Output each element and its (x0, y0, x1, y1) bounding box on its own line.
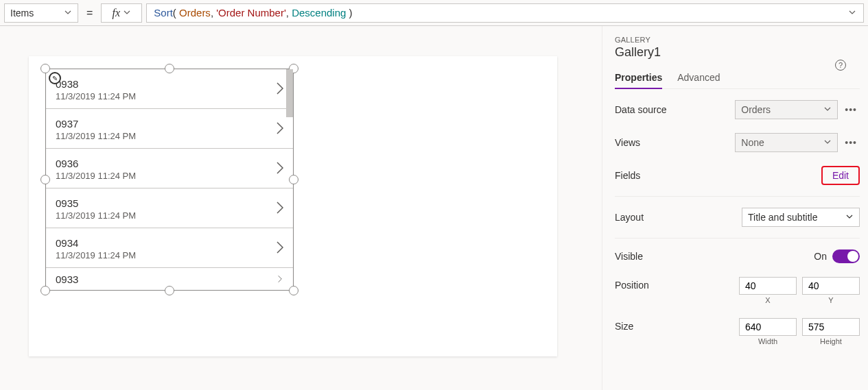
label-x: X (765, 296, 770, 304)
item-subtitle: 11/3/2019 11:24 PM (56, 171, 136, 181)
list-item[interactable]: 0934 11/3/2019 11:24 PM (46, 228, 293, 268)
formula-input[interactable]: Sort( Orders, 'Order Number', Descending… (146, 3, 864, 23)
item-title: 0937 (56, 118, 136, 130)
chevron-right-icon[interactable] (275, 120, 285, 139)
chevron-down-icon (845, 212, 854, 223)
help-icon[interactable]: ? (835, 60, 846, 71)
fx-icon: fx (113, 7, 121, 19)
item-subtitle: 11/3/2019 11:24 PM (56, 91, 136, 101)
position-y-input[interactable] (802, 277, 860, 295)
chevron-right-icon[interactable] (275, 199, 285, 219)
item-title: 0938 (56, 78, 136, 90)
chevron-down-icon (123, 7, 131, 19)
pencil-icon[interactable]: ✎ (49, 72, 61, 84)
item-subtitle: 11/3/2019 11:24 PM (56, 250, 136, 260)
chevron-down-icon (64, 8, 72, 19)
property-selector-value: Items (10, 8, 34, 19)
position-x-input[interactable] (739, 277, 797, 295)
tab-advanced[interactable]: Advanced (677, 68, 720, 88)
list-item[interactable]: 0935 11/3/2019 11:24 PM (46, 188, 293, 228)
label-size: Size (615, 318, 633, 332)
list-item[interactable]: 0938 11/3/2019 11:24 PM (46, 69, 293, 109)
label-layout: Layout (615, 212, 644, 223)
item-title: 0936 (56, 158, 136, 169)
formula-text: Sort( Orders, 'Order Number', Descending… (154, 7, 352, 19)
chevron-right-icon[interactable] (275, 274, 285, 287)
equals-label: = (82, 7, 97, 19)
label-y: Y (828, 296, 833, 304)
panel-header: GALLERY Gallery1 ? (615, 36, 860, 60)
layout-dropdown[interactable]: Title and subtitle (742, 208, 860, 227)
more-icon[interactable]: ••• (842, 104, 860, 115)
label-visible: Visible (615, 251, 643, 262)
chevron-down-icon[interactable] (848, 7, 856, 19)
properties-panel: GALLERY Gallery1 ? Properties Advanced D… (602, 26, 868, 390)
fx-button[interactable]: fx (101, 3, 142, 23)
views-dropdown[interactable]: None (735, 133, 838, 152)
tab-properties[interactable]: Properties (615, 68, 662, 88)
item-title: 0935 (56, 197, 136, 209)
main-area: ✎ 0938 11/3/2019 11:24 PM (0, 26, 868, 390)
list-item[interactable]: 0937 11/3/2019 11:24 PM (46, 109, 293, 149)
panel-section-label: GALLERY (615, 36, 860, 44)
chevron-right-icon[interactable] (275, 239, 285, 258)
visible-toggle[interactable]: On (814, 249, 860, 263)
fields-edit-button[interactable]: Edit (821, 166, 860, 185)
list-item[interactable]: 0933 (46, 268, 293, 290)
label-views: Views (615, 137, 640, 148)
label-width: Width (758, 337, 777, 345)
toggle-pill[interactable] (832, 249, 860, 263)
size-width-input[interactable] (739, 318, 797, 336)
item-subtitle: 11/3/2019 11:24 PM (56, 210, 136, 221)
list-item[interactable]: 0936 11/3/2019 11:24 PM (46, 149, 293, 188)
size-height-input[interactable] (802, 318, 860, 336)
label-fields: Fields (615, 170, 640, 181)
chevron-right-icon[interactable] (275, 160, 285, 179)
app-canvas[interactable]: ✎ 0938 11/3/2019 11:24 PM (29, 56, 557, 356)
chevron-down-icon (823, 104, 832, 115)
item-title: 0934 (56, 237, 136, 249)
gallery-control[interactable]: ✎ 0938 11/3/2019 11:24 PM (45, 69, 294, 291)
data-source-dropdown[interactable]: Orders (735, 100, 838, 119)
property-selector[interactable]: Items (4, 3, 78, 23)
label-position: Position (615, 277, 649, 291)
panel-section-title: Gallery1 (615, 45, 860, 60)
more-icon[interactable]: ••• (842, 137, 860, 148)
item-subtitle: 11/3/2019 11:24 PM (56, 131, 136, 141)
label-height: Height (820, 337, 842, 345)
label-data-source: Data source (615, 104, 666, 115)
canvas-area: ✎ 0938 11/3/2019 11:24 PM (0, 26, 602, 390)
chevron-right-icon[interactable] (275, 80, 285, 99)
item-title: 0933 (56, 273, 78, 285)
scrollbar[interactable] (286, 69, 293, 117)
chevron-down-icon (823, 137, 832, 148)
panel-tabs: Properties Advanced (615, 68, 860, 89)
gallery-items: 0938 11/3/2019 11:24 PM 0937 11/3/2019 1… (46, 69, 293, 290)
formula-bar: Items = fx Sort( Orders, 'Order Number',… (0, 0, 868, 26)
